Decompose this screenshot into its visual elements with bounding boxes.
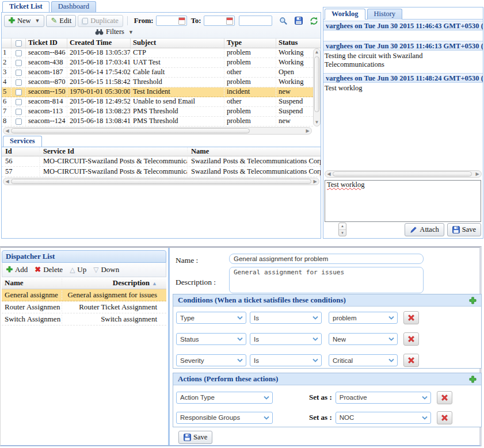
- name-field[interactable]: [229, 254, 424, 264]
- delete-action-button[interactable]: [437, 411, 452, 424]
- action-field-select[interactable]: Responsible Groups: [176, 412, 273, 424]
- calendar-icon[interactable]: [178, 17, 185, 25]
- scrollbar-thumb[interactable]: [11, 179, 311, 184]
- chevron-down-icon[interactable]: [262, 416, 271, 420]
- filters-button[interactable]: Filters ▼: [95, 28, 134, 36]
- column-header-name[interactable]: Name: [188, 147, 321, 156]
- delete-action-button[interactable]: [437, 391, 452, 404]
- up-button[interactable]: △ Up: [70, 265, 86, 274]
- chevron-down-icon[interactable]: [387, 316, 396, 320]
- condition-operator-select[interactable]: Is: [250, 354, 322, 366]
- condition-field-select[interactable]: Severity: [176, 354, 246, 366]
- vertical-scrollbar[interactable]: ▲ ▼: [313, 48, 321, 127]
- ticket-row[interactable]: 2 seacom-438 2015-06-18 17:03:41 UAT Tes…: [2, 58, 313, 68]
- worklog-entry-header[interactable]: varghees on Tue Jun 30 2015 11:46:43 GMT…: [323, 21, 483, 30]
- duplicate-button[interactable]: Duplicate: [78, 15, 123, 27]
- service-row[interactable]: 57 MO-CIRCUIT-Swaziland Posts & Telecomm…: [2, 167, 321, 177]
- worklog-entry-header[interactable]: varghees on Tue Jun 30 2015 11:46:13 GMT…: [323, 41, 483, 51]
- column-header-id[interactable]: Id: [2, 147, 39, 156]
- chevron-down-icon[interactable]: [420, 396, 429, 400]
- row-checkbox[interactable]: [16, 70, 22, 76]
- attach-button[interactable]: Attach: [405, 223, 444, 236]
- action-value-select[interactable]: Proactive: [336, 392, 431, 404]
- row-checkbox-cell[interactable]: [12, 117, 26, 126]
- horizontal-scrollbar[interactable]: ◀ ▶: [3, 178, 319, 185]
- down-button[interactable]: ▽ Down: [93, 265, 119, 274]
- save-icon[interactable]: [295, 17, 303, 25]
- spinner-up-icon[interactable]: ▲: [339, 223, 346, 230]
- column-header-ticket-id[interactable]: Ticket ID: [26, 39, 67, 48]
- chevron-down-icon[interactable]: [311, 316, 320, 320]
- delete-condition-button[interactable]: [403, 354, 419, 367]
- delete-condition-button[interactable]: [403, 311, 419, 324]
- delete-button[interactable]: ✖ Delete: [35, 265, 63, 274]
- add-condition-button[interactable]: [469, 297, 477, 304]
- row-checkbox-cell[interactable]: [12, 68, 26, 77]
- column-header-description[interactable]: Description▲: [62, 278, 160, 288]
- chevron-down-icon[interactable]: [235, 337, 245, 341]
- worklog-save-button[interactable]: Save: [447, 223, 481, 236]
- chevron-down-icon[interactable]: [387, 358, 396, 362]
- tab-dashboard[interactable]: Dashboard: [51, 1, 96, 12]
- scroll-right-arrow-icon[interactable]: ▶: [311, 178, 319, 185]
- ticket-row[interactable]: 8 seacom--124 2015-06-18 13:08:41 PMS Th…: [2, 117, 313, 127]
- scrollbar-thumb[interactable]: [11, 128, 250, 133]
- scroll-left-arrow-icon[interactable]: ◀: [3, 128, 11, 134]
- worklog-text-input[interactable]: Test worklog: [325, 180, 481, 222]
- row-checkbox-cell[interactable]: [12, 107, 26, 116]
- row-checkbox[interactable]: [16, 60, 22, 66]
- condition-value-select[interactable]: problem: [329, 312, 398, 324]
- chevron-down-icon[interactable]: [311, 358, 320, 362]
- row-checkbox[interactable]: [16, 79, 22, 86]
- add-action-button[interactable]: [469, 376, 477, 383]
- row-checkbox[interactable]: [16, 50, 22, 56]
- row-checkbox-cell[interactable]: [12, 87, 26, 97]
- select-all-checkbox-cell[interactable]: [12, 39, 26, 48]
- chevron-down-icon[interactable]: [262, 396, 271, 400]
- edit-button[interactable]: ✎ Edit: [46, 15, 76, 27]
- ticket-row[interactable]: 3 seacom-187 2015-06-14 17:54:02 Cable f…: [2, 68, 313, 78]
- ticket-row[interactable]: 6 seacom-814 2015-06-18 12:49:52 Unable …: [2, 97, 313, 107]
- condition-value-select[interactable]: New: [329, 333, 398, 345]
- condition-operator-select[interactable]: Is: [250, 312, 322, 324]
- ticket-row[interactable]: 4 seacom--870 2015-06-15 11:58:42 Thresh…: [2, 78, 313, 87]
- ticket-row[interactable]: 1 seacom--846 2015-06-18 13:05:37 CTP pr…: [2, 48, 313, 58]
- row-checkbox[interactable]: [16, 109, 22, 115]
- scroll-up-arrow-icon[interactable]: ▲: [314, 49, 320, 56]
- horizontal-scrollbar[interactable]: ◀ ▶: [325, 170, 482, 178]
- search-text-input[interactable]: [239, 16, 272, 26]
- scroll-right-arrow-icon[interactable]: ▶: [474, 171, 481, 177]
- action-value-select[interactable]: NOC: [336, 412, 431, 424]
- row-checkbox-cell[interactable]: [12, 48, 26, 58]
- action-field-select[interactable]: Action Type: [176, 392, 273, 404]
- column-header-created-time[interactable]: Created Time: [67, 39, 131, 48]
- select-all-checkbox[interactable]: [16, 40, 22, 47]
- condition-value-select[interactable]: Critical: [329, 354, 398, 366]
- row-checkbox-cell[interactable]: [12, 97, 26, 106]
- delete-condition-button[interactable]: [403, 332, 419, 346]
- quantity-stepper[interactable]: ▲ ▼: [338, 223, 346, 236]
- new-button[interactable]: ✚ New ▼: [4, 15, 44, 27]
- condition-operator-select[interactable]: Is: [250, 333, 322, 345]
- column-header-type[interactable]: Type: [224, 39, 276, 48]
- row-checkbox[interactable]: [16, 118, 22, 125]
- search-icon[interactable]: [279, 17, 288, 25]
- service-row[interactable]: 56 MO-CIRCUIT-Swaziland Posts & Telecomm…: [2, 156, 321, 167]
- dispatcher-row[interactable]: General assignme General assignment for …: [2, 289, 166, 301]
- to-date-input[interactable]: [204, 16, 234, 26]
- dispatcher-row[interactable]: Router Assignmen Router Ticket Assignmen…: [2, 301, 166, 313]
- row-checkbox[interactable]: [16, 99, 22, 105]
- horizontal-scrollbar[interactable]: ◀ ▶: [3, 127, 312, 135]
- row-checkbox[interactable]: [16, 89, 22, 95]
- column-header-name[interactable]: Name: [2, 278, 62, 288]
- form-save-button[interactable]: Save: [178, 431, 212, 444]
- from-date-input[interactable]: [156, 16, 186, 26]
- chevron-down-icon[interactable]: [420, 416, 429, 420]
- scrollbar-thumb[interactable]: [314, 56, 319, 112]
- column-header-subject[interactable]: Subject: [131, 39, 224, 48]
- scroll-down-arrow-icon[interactable]: ▼: [314, 119, 320, 126]
- tab-worklog[interactable]: Worklog: [325, 9, 365, 20]
- add-button[interactable]: ✚ Add: [6, 265, 28, 274]
- scroll-right-arrow-icon[interactable]: ▶: [304, 128, 311, 134]
- row-checkbox-cell[interactable]: [12, 78, 26, 87]
